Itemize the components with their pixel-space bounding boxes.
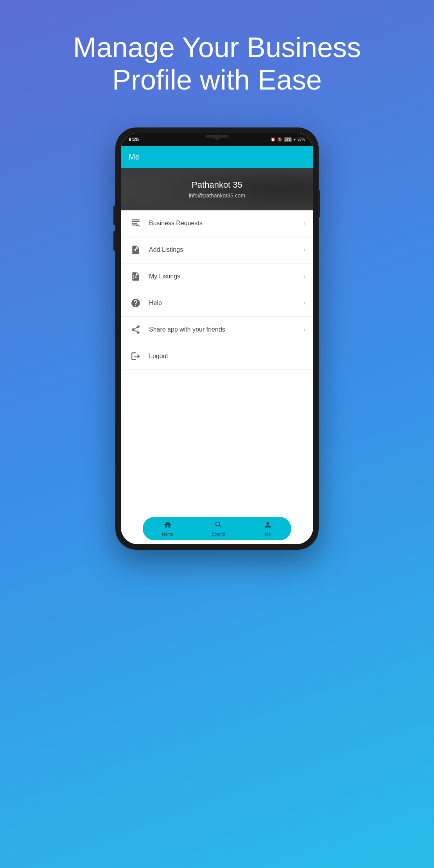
battery-icon: ⏰ (271, 137, 275, 142)
home-icon (163, 520, 172, 531)
hero-title: Manage Your Business Profile with Ease (65, 31, 369, 96)
alarm-icon: 🔕 (277, 137, 282, 142)
menu-item-logout[interactable]: Logout (121, 343, 313, 370)
add-listings-icon (129, 243, 143, 257)
nav-label-home: Home (162, 532, 173, 536)
lte-icon: LTE (284, 137, 292, 142)
menu-label-logout: Logout (149, 353, 305, 360)
menu-item-help[interactable]: Help › (121, 290, 313, 317)
share-icon (129, 323, 143, 337)
menu-item-business-requests[interactable]: Business Requests › (121, 210, 313, 237)
menu-item-share-app[interactable]: Share app with your friends › (121, 317, 313, 343)
help-icon (129, 296, 143, 310)
menu-label-add-listings: Add Listings (149, 246, 303, 253)
speaker (205, 135, 229, 138)
status-time: 9:25 (129, 136, 139, 142)
my-listings-icon (129, 269, 143, 283)
chevron-share-app: › (303, 326, 305, 333)
chevron-add-listings: › (303, 246, 305, 253)
wifi-icon: ▾ (294, 137, 296, 142)
nav-label-search: Search (212, 532, 225, 536)
menu-list: Business Requests › Add Listings › My Li… (121, 210, 313, 513)
battery-text: 67% (298, 137, 305, 142)
nav-label-me: Me (265, 532, 271, 536)
menu-label-help: Help (149, 299, 303, 307)
chevron-business-requests: › (303, 220, 305, 227)
profile-name: Pathankot 35 (129, 180, 305, 190)
nav-item-home[interactable]: Home (154, 520, 181, 536)
app-topbar: Me (121, 146, 313, 168)
chevron-my-listings: › (303, 273, 305, 280)
phone-mockup: 9:25 ⏰ 🔕 LTE ▾ 67% Me Pathankot 35 info@… (115, 127, 319, 550)
vol-btn-2 (113, 231, 115, 251)
search-icon (214, 520, 223, 531)
menu-label-business-requests: Business Requests (149, 220, 303, 227)
nav-item-me[interactable]: Me (256, 520, 280, 536)
logout-icon (129, 349, 143, 363)
nav-item-search[interactable]: Search (204, 520, 233, 536)
phone-screen: 9:25 ⏰ 🔕 LTE ▾ 67% Me Pathankot 35 info@… (121, 133, 313, 544)
menu-label-my-listings: My Listings (149, 273, 303, 280)
profile-email: info@pathankot35.com (129, 192, 305, 199)
bottom-nav: Home Search Me (121, 513, 313, 544)
chevron-help: › (303, 299, 305, 307)
menu-label-share-app: Share app with your friends (149, 326, 303, 333)
business-requests-icon (129, 216, 143, 230)
profile-section: Pathankot 35 info@pathankot35.com (121, 168, 313, 210)
topbar-title: Me (129, 152, 140, 161)
menu-item-add-listings[interactable]: Add Listings › (121, 237, 313, 264)
menu-item-my-listings[interactable]: My Listings › (121, 264, 313, 290)
status-icons: ⏰ 🔕 LTE ▾ 67% (271, 137, 305, 142)
person-icon (264, 520, 272, 531)
vol-btn-1 (113, 206, 115, 225)
bottom-nav-pill: Home Search Me (143, 517, 291, 540)
